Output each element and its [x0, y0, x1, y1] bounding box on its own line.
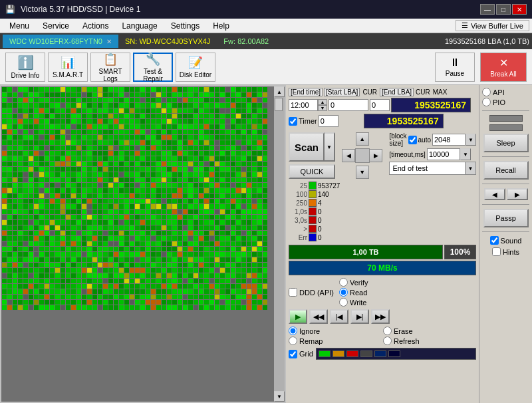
progress-pct: 100 — [450, 247, 464, 257]
scroll-up-button[interactable]: ▲ — [274, 86, 285, 97]
auto-checkbox[interactable] — [408, 136, 417, 144]
graph-dot — [204, 156, 209, 161]
time-up[interactable]: ▲ — [318, 99, 327, 105]
close-button[interactable]: ✕ — [512, 4, 527, 15]
verify-radio[interactable] — [339, 278, 348, 287]
scan-dropdown-button[interactable]: ▼ — [325, 132, 335, 162]
timer-input[interactable] — [319, 115, 338, 127]
block-size-dropdown-button[interactable]: ▼ — [466, 134, 476, 146]
small-btn-2[interactable]: ▶ — [507, 188, 528, 200]
timeout-dropdown-button[interactable]: ▼ — [460, 148, 471, 160]
graph-dot — [119, 268, 124, 273]
graph-dot — [124, 300, 129, 305]
graph-dot — [98, 87, 102, 92]
graph-dot — [257, 167, 262, 172]
view-buffer-button[interactable]: ☰ View Buffer Live — [456, 20, 529, 31]
pio-radio[interactable] — [482, 98, 491, 106]
graph-dot — [114, 305, 118, 310]
scroll-down-button[interactable]: ▼ — [274, 391, 285, 402]
step-fwd-button[interactable]: ▶| — [350, 309, 369, 324]
menu-item-actions[interactable]: Actions — [76, 20, 115, 32]
graph-dot — [252, 172, 257, 177]
graph-dot — [225, 135, 230, 140]
nav-down-button[interactable]: ▼ — [356, 166, 369, 179]
erase-radio[interactable] — [383, 327, 392, 335]
step-back-button[interactable]: |◀ — [330, 309, 348, 324]
remap-radio[interactable] — [289, 336, 297, 345]
graph-dot — [220, 103, 225, 108]
end-time-input[interactable] — [289, 99, 318, 111]
ignore-radio[interactable] — [289, 327, 297, 335]
drive-tab-close[interactable]: ✕ — [106, 38, 112, 45]
sound-checkbox[interactable] — [490, 236, 499, 245]
recall-button[interactable]: Recall — [483, 161, 529, 180]
test-repair-button[interactable]: 🔧 Test & Repair — [133, 53, 173, 82]
hints-checkbox[interactable] — [492, 247, 501, 256]
sleep-button[interactable]: Sleep — [483, 134, 529, 152]
start-lba-input[interactable] — [329, 99, 368, 111]
menu-item-settings[interactable]: Settings — [164, 20, 206, 32]
api-radio[interactable] — [482, 88, 491, 96]
graph-dot — [92, 140, 97, 145]
speed-display: 70 MB/s — [367, 263, 397, 273]
pause-button[interactable]: ⏸ Pause — [435, 53, 475, 82]
ddd-checkbox[interactable] — [289, 288, 297, 297]
nav-up-button[interactable]: ▲ — [356, 132, 369, 146]
graph-dot — [204, 289, 209, 294]
graph-dot — [188, 92, 193, 97]
passp-button[interactable]: Passp — [483, 209, 529, 227]
break-all-button[interactable]: ✕ Break All — [480, 53, 527, 82]
refresh-radio[interactable] — [383, 336, 392, 345]
graph-dot — [156, 140, 161, 145]
graph-dot — [124, 92, 129, 97]
grid-checkbox[interactable] — [289, 350, 297, 358]
fwd-button[interactable]: ▶▶ — [371, 309, 390, 324]
graph-dot — [23, 140, 28, 145]
minimize-button[interactable]: — — [480, 4, 495, 15]
graph-dot — [114, 209, 118, 214]
smart-button[interactable]: 📊 S.M.A.R.T — [48, 53, 88, 82]
graph-dot — [140, 236, 145, 241]
nav-left-button[interactable]: ◀ — [342, 149, 355, 162]
graph-dot — [61, 241, 65, 246]
drive-tab[interactable]: WDC WD10EFRX-68FYTN0 ✕ — [3, 35, 118, 48]
scan-button[interactable]: Scan — [289, 132, 325, 162]
graph-dot — [114, 225, 118, 230]
small-btn-1[interactable]: ◀ — [484, 188, 505, 200]
graph-dot — [103, 124, 108, 129]
block-size-input[interactable] — [432, 134, 466, 146]
timeout-input[interactable] — [427, 148, 460, 160]
graph-dot — [66, 140, 70, 145]
timer-checkbox[interactable] — [289, 117, 297, 126]
eot-dropdown-button[interactable]: ▼ — [465, 162, 475, 174]
graph-dot — [252, 156, 257, 161]
menu-item-help[interactable]: Help — [206, 20, 236, 32]
graph-dot — [45, 172, 49, 177]
graph-dot — [66, 273, 70, 278]
maximize-button[interactable]: □ — [496, 4, 511, 15]
menu-item-service[interactable]: Service — [36, 20, 76, 32]
quick-button[interactable]: QUICK — [289, 164, 335, 179]
graph-dot — [257, 108, 262, 113]
graph-dot — [241, 300, 246, 305]
graph-dot — [7, 98, 12, 102]
nav-right-button[interactable]: ▶ — [369, 149, 382, 162]
smart-logs-button[interactable]: 📋 SMART Logs — [90, 53, 130, 82]
graph-dot — [178, 241, 182, 246]
scroll-thumb[interactable] — [275, 98, 283, 111]
menu-item-menu[interactable]: Menu — [3, 20, 36, 32]
app-icon: 💾 — [5, 5, 15, 14]
read-radio[interactable] — [339, 288, 348, 297]
back-button[interactable]: ◀◀ — [309, 309, 328, 324]
play-button[interactable]: ▶ — [289, 309, 307, 324]
write-radio[interactable] — [339, 298, 348, 307]
cur-input[interactable] — [370, 99, 390, 111]
time-down[interactable]: ▼ — [318, 105, 327, 111]
stat-row-err: Err 0 — [289, 233, 476, 241]
graph-scrollbar: ▲ ▼ — [274, 86, 285, 402]
menu-item-language[interactable]: Language — [115, 20, 164, 32]
graph-dot — [87, 172, 92, 177]
drive-info-button[interactable]: ℹ️ Drive Info — [5, 53, 45, 82]
disk-editor-button[interactable]: 📝 Disk Editor — [176, 53, 215, 82]
graph-dot — [247, 247, 251, 251]
